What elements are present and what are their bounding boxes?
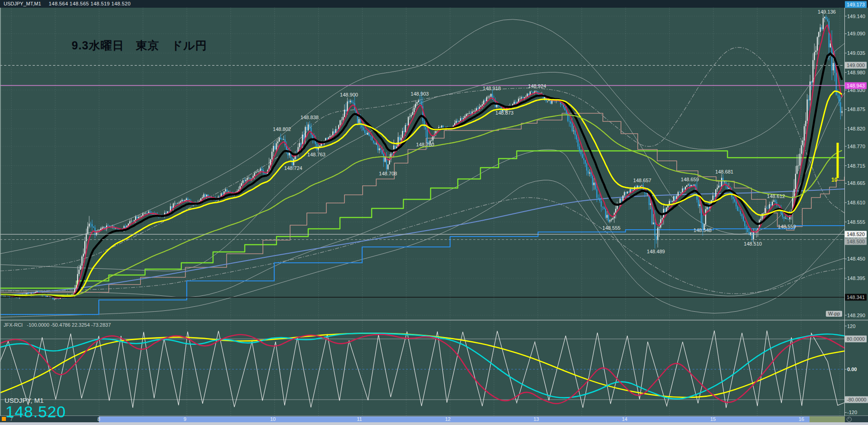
candle-body xyxy=(842,111,843,112)
session-bar-blue[interactable] xyxy=(99,416,810,422)
candle-body xyxy=(183,200,184,201)
candle-body xyxy=(524,97,525,98)
candle-body xyxy=(688,184,689,185)
candle-body xyxy=(363,127,364,130)
swing-price-label: 148.681 xyxy=(715,169,733,174)
candle-body xyxy=(548,100,549,101)
candle-body xyxy=(602,207,603,208)
candle-body xyxy=(273,146,274,152)
candle-body xyxy=(301,143,301,145)
candle-body xyxy=(90,224,91,224)
candle-body xyxy=(641,185,642,186)
rci-axis-label: 120 xyxy=(847,324,868,329)
candle-body xyxy=(169,211,170,212)
candle-body xyxy=(839,96,839,102)
candle-body xyxy=(473,111,474,112)
candle-body xyxy=(427,130,427,143)
candle-body xyxy=(743,216,744,221)
weekly-pivot-badge: W-pp xyxy=(826,311,842,317)
candle-body xyxy=(281,140,282,140)
candle-body xyxy=(299,143,300,147)
candle-body xyxy=(347,101,348,111)
candle-body xyxy=(547,101,548,101)
candle-body xyxy=(639,186,640,187)
candle-body xyxy=(810,82,810,101)
window-bottom-edge xyxy=(0,422,868,425)
candle-body xyxy=(432,136,433,140)
candle-body xyxy=(383,154,384,162)
time-label-12: 12 xyxy=(445,416,451,422)
time-label-10: 10 xyxy=(270,416,276,422)
candle-body xyxy=(144,213,145,214)
price-box-149.000: 149.000 xyxy=(845,62,867,69)
candle-body xyxy=(837,95,838,95)
candle-body xyxy=(753,232,754,239)
candle-body xyxy=(80,266,81,270)
candle-body xyxy=(103,227,104,227)
candle-body xyxy=(380,148,381,150)
candle-body xyxy=(280,137,281,139)
candle-body xyxy=(611,219,612,220)
candle-body xyxy=(138,217,139,218)
candle-body xyxy=(459,121,460,122)
candle-body xyxy=(399,137,400,140)
rci-axis-label: 0.00 xyxy=(847,367,868,372)
candle-body xyxy=(141,216,142,217)
bar-countdown-label: 10 xyxy=(831,177,837,183)
candle-body xyxy=(398,137,398,146)
candle-body xyxy=(569,121,570,121)
candle-body xyxy=(679,192,680,193)
time-label-14: 14 xyxy=(622,416,627,422)
candle-body xyxy=(825,17,826,19)
candle-body xyxy=(135,217,136,220)
candle-body xyxy=(257,172,258,172)
candle-body xyxy=(769,204,770,208)
candle-body xyxy=(588,170,589,174)
candle-body xyxy=(718,186,719,188)
candle-body xyxy=(407,125,407,126)
swing-price-label: 148.708 xyxy=(379,171,397,176)
candle-body xyxy=(673,196,674,201)
price-tick-label: 149.035 xyxy=(847,50,868,56)
candle-body xyxy=(109,226,110,227)
candle-body xyxy=(675,196,676,199)
time-label-11: 11 xyxy=(357,416,362,422)
candle-body xyxy=(659,227,659,228)
candle-body xyxy=(142,213,143,216)
candle-body xyxy=(535,92,536,92)
candle-body xyxy=(388,164,388,169)
candle-body xyxy=(824,17,825,18)
chart-canvas[interactable] xyxy=(0,0,868,425)
candle-body xyxy=(818,32,819,37)
price-tick-label: 148.770 xyxy=(847,144,868,149)
candle-body xyxy=(713,196,713,200)
candle-body xyxy=(266,174,267,174)
candle-body xyxy=(469,113,470,113)
candle-body xyxy=(627,192,628,193)
candle-body xyxy=(140,217,141,217)
candle-body xyxy=(87,227,88,234)
candle-body xyxy=(788,219,789,220)
candle-body xyxy=(370,136,371,137)
candle-body xyxy=(795,174,796,189)
candle-body xyxy=(772,202,773,205)
candle-body xyxy=(519,98,520,99)
candle-body xyxy=(633,190,634,190)
candle-body xyxy=(83,254,84,256)
candle-body xyxy=(345,110,346,111)
candle-body xyxy=(622,196,623,201)
candle-body xyxy=(272,152,272,159)
session-bar-green[interactable] xyxy=(810,416,845,422)
ma-cornflower xyxy=(0,189,844,295)
candle-body xyxy=(794,189,795,197)
candle-body xyxy=(327,138,328,139)
corner-current-price: 148.520 xyxy=(5,403,66,421)
candle-body xyxy=(672,201,673,202)
candle-body xyxy=(678,192,679,196)
candle-body xyxy=(737,206,738,211)
candle-body xyxy=(515,102,516,104)
candle-body xyxy=(293,159,294,165)
candle-body xyxy=(54,299,55,299)
clock-icon xyxy=(847,417,852,422)
candle-body xyxy=(341,120,342,120)
